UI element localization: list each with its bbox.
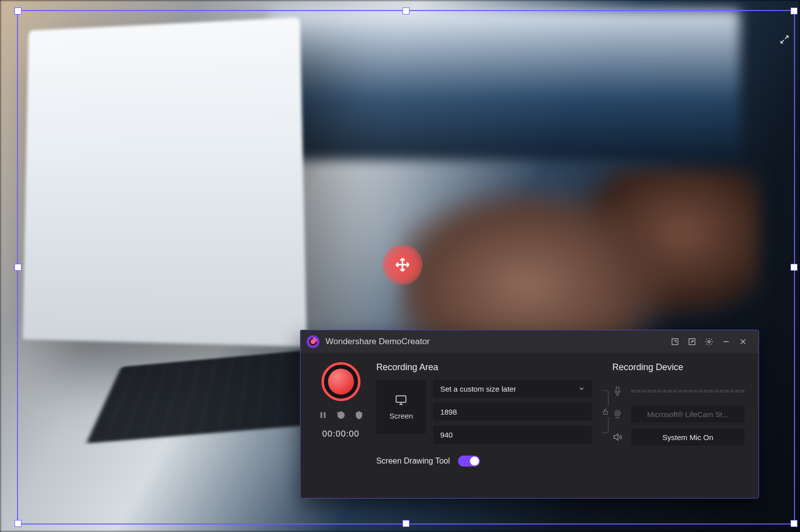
resize-handle-top-right[interactable] <box>790 7 798 14</box>
svg-rect-6 <box>320 412 322 418</box>
svg-point-2 <box>708 341 710 343</box>
resize-handle-bottom-mid[interactable] <box>402 520 410 527</box>
marker-button[interactable] <box>354 410 364 420</box>
webcam-row[interactable]: Microsoft® LifeCam St... <box>612 403 744 426</box>
resize-handle-mid-right[interactable] <box>790 264 798 271</box>
webcam-icon <box>612 409 623 420</box>
size-preset-value: Set a custom size later <box>440 385 516 393</box>
bg-laptop <box>22 17 306 347</box>
drawing-tool-toggle[interactable] <box>458 456 480 467</box>
capture-height-field[interactable] <box>440 431 585 439</box>
aspect-bracket-bot <box>602 417 608 433</box>
capture-mode-button[interactable] <box>666 334 684 349</box>
screen-source-label: Screen <box>390 412 414 420</box>
titlebar[interactable]: Wondershare DemoCreator <box>300 330 758 353</box>
system-audio-row[interactable]: System Mic On <box>612 426 744 449</box>
open-external-button[interactable] <box>684 334 700 349</box>
capture-width-field[interactable] <box>440 408 585 416</box>
resize-handle-mid-left[interactable] <box>14 264 22 271</box>
svg-rect-9 <box>396 396 406 402</box>
chevron-down-icon <box>578 385 585 392</box>
svg-point-13 <box>616 412 618 414</box>
size-preset-select[interactable]: Set a custom size later <box>433 380 592 398</box>
aspect-bracket-top <box>602 390 608 406</box>
system-audio-value: System Mic On <box>662 433 714 442</box>
resize-handle-top-left[interactable] <box>14 7 22 14</box>
capture-width-input[interactable] <box>433 403 592 421</box>
resize-handle-bottom-left[interactable] <box>14 520 22 527</box>
unlock-aspect-icon[interactable] <box>602 407 610 416</box>
screen-source-tab[interactable]: Screen <box>376 380 426 434</box>
pause-button[interactable] <box>318 410 328 420</box>
minimize-button[interactable] <box>718 334 734 349</box>
settings-button[interactable] <box>700 334 718 349</box>
drawing-tool-label: Screen Drawing Tool <box>376 457 450 466</box>
recorder-panel: Wondershare DemoCreator <box>300 330 759 499</box>
app-logo-icon <box>306 335 320 348</box>
app-title: Wondershare DemoCreator <box>326 337 430 347</box>
recording-device-title: Recording Device <box>612 362 744 373</box>
bg-monitor <box>270 10 740 160</box>
rerecord-button[interactable] <box>336 410 346 420</box>
microphone-icon <box>612 386 623 397</box>
close-button[interactable] <box>734 334 752 349</box>
svg-rect-10 <box>604 411 608 414</box>
webcam-value: Microsoft® LifeCam St... <box>647 410 728 419</box>
recording-area-title: Recording Area <box>376 362 612 373</box>
speaker-icon <box>612 432 623 443</box>
timer-display: 00:00:00 <box>322 429 360 439</box>
resize-handle-top-mid[interactable] <box>402 7 410 14</box>
mic-level-meter <box>631 390 744 393</box>
svg-point-8 <box>340 414 342 416</box>
move-capture-handle[interactable] <box>382 245 422 285</box>
webcam-select[interactable]: Microsoft® LifeCam St... <box>631 406 744 423</box>
resize-handle-bottom-right[interactable] <box>790 520 798 527</box>
record-icon <box>328 369 354 395</box>
svg-rect-11 <box>616 387 620 392</box>
svg-rect-7 <box>324 412 325 418</box>
svg-point-12 <box>615 411 620 416</box>
system-audio-select[interactable]: System Mic On <box>631 429 744 446</box>
record-button[interactable] <box>322 362 360 401</box>
svg-rect-0 <box>672 339 678 345</box>
microphone-row[interactable] <box>612 380 744 403</box>
capture-height-input[interactable] <box>433 426 592 444</box>
